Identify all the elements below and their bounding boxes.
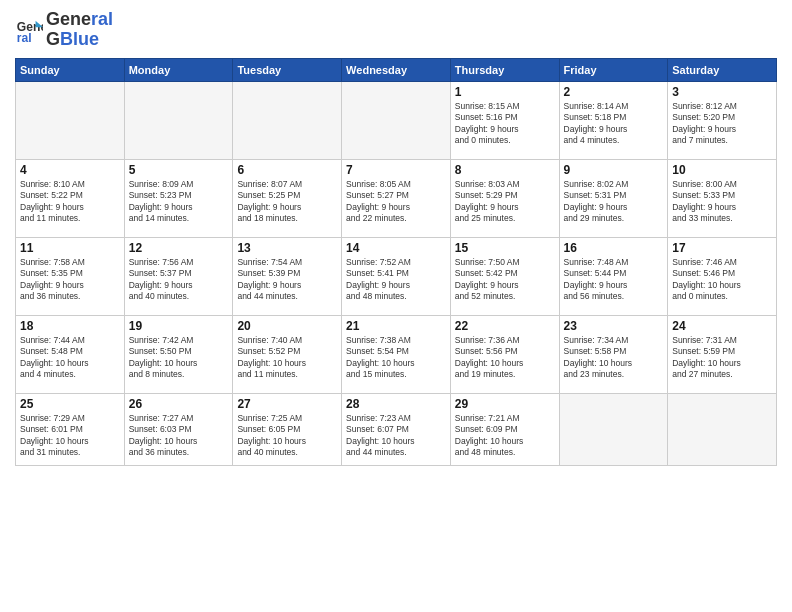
day-info: Sunrise: 8:12 AMSunset: 5:20 PMDaylight:… <box>672 101 772 147</box>
col-header-sunday: Sunday <box>16 58 125 81</box>
day-info: Sunrise: 7:29 AMSunset: 6:01 PMDaylight:… <box>20 413 120 459</box>
day-cell: 22Sunrise: 7:36 AMSunset: 5:56 PMDayligh… <box>450 315 559 393</box>
col-header-monday: Monday <box>124 58 233 81</box>
day-cell: 8Sunrise: 8:03 AMSunset: 5:29 PMDaylight… <box>450 159 559 237</box>
day-cell: 21Sunrise: 7:38 AMSunset: 5:54 PMDayligh… <box>342 315 451 393</box>
day-info: Sunrise: 7:38 AMSunset: 5:54 PMDaylight:… <box>346 335 446 381</box>
day-number: 26 <box>129 397 229 411</box>
col-header-friday: Friday <box>559 58 668 81</box>
day-info: Sunrise: 7:54 AMSunset: 5:39 PMDaylight:… <box>237 257 337 303</box>
day-cell: 27Sunrise: 7:25 AMSunset: 6:05 PMDayligh… <box>233 393 342 465</box>
day-cell: 20Sunrise: 7:40 AMSunset: 5:52 PMDayligh… <box>233 315 342 393</box>
day-cell: 25Sunrise: 7:29 AMSunset: 6:01 PMDayligh… <box>16 393 125 465</box>
day-number: 23 <box>564 319 664 333</box>
day-info: Sunrise: 7:42 AMSunset: 5:50 PMDaylight:… <box>129 335 229 381</box>
day-info: Sunrise: 8:14 AMSunset: 5:18 PMDaylight:… <box>564 101 664 147</box>
week-row-1: 4Sunrise: 8:10 AMSunset: 5:22 PMDaylight… <box>16 159 777 237</box>
day-number: 3 <box>672 85 772 99</box>
day-cell: 10Sunrise: 8:00 AMSunset: 5:33 PMDayligh… <box>668 159 777 237</box>
logo-icon: Gene ral <box>15 16 43 44</box>
day-cell: 15Sunrise: 7:50 AMSunset: 5:42 PMDayligh… <box>450 237 559 315</box>
day-cell: 17Sunrise: 7:46 AMSunset: 5:46 PMDayligh… <box>668 237 777 315</box>
day-number: 27 <box>237 397 337 411</box>
day-cell: 28Sunrise: 7:23 AMSunset: 6:07 PMDayligh… <box>342 393 451 465</box>
day-number: 24 <box>672 319 772 333</box>
day-number: 21 <box>346 319 446 333</box>
day-number: 18 <box>20 319 120 333</box>
day-cell: 5Sunrise: 8:09 AMSunset: 5:23 PMDaylight… <box>124 159 233 237</box>
day-cell: 26Sunrise: 7:27 AMSunset: 6:03 PMDayligh… <box>124 393 233 465</box>
day-info: Sunrise: 7:21 AMSunset: 6:09 PMDaylight:… <box>455 413 555 459</box>
day-info: Sunrise: 8:03 AMSunset: 5:29 PMDaylight:… <box>455 179 555 225</box>
day-number: 17 <box>672 241 772 255</box>
day-number: 11 <box>20 241 120 255</box>
day-number: 2 <box>564 85 664 99</box>
day-cell: 18Sunrise: 7:44 AMSunset: 5:48 PMDayligh… <box>16 315 125 393</box>
day-info: Sunrise: 7:50 AMSunset: 5:42 PMDaylight:… <box>455 257 555 303</box>
day-number: 12 <box>129 241 229 255</box>
logo-text: General GBlue <box>46 10 113 50</box>
day-number: 9 <box>564 163 664 177</box>
day-cell: 16Sunrise: 7:48 AMSunset: 5:44 PMDayligh… <box>559 237 668 315</box>
col-header-saturday: Saturday <box>668 58 777 81</box>
day-number: 10 <box>672 163 772 177</box>
day-cell <box>233 81 342 159</box>
day-number: 13 <box>237 241 337 255</box>
day-number: 25 <box>20 397 120 411</box>
day-cell: 9Sunrise: 8:02 AMSunset: 5:31 PMDaylight… <box>559 159 668 237</box>
day-info: Sunrise: 8:02 AMSunset: 5:31 PMDaylight:… <box>564 179 664 225</box>
week-row-2: 11Sunrise: 7:58 AMSunset: 5:35 PMDayligh… <box>16 237 777 315</box>
week-row-3: 18Sunrise: 7:44 AMSunset: 5:48 PMDayligh… <box>16 315 777 393</box>
day-info: Sunrise: 7:40 AMSunset: 5:52 PMDaylight:… <box>237 335 337 381</box>
day-cell <box>16 81 125 159</box>
day-number: 6 <box>237 163 337 177</box>
day-number: 19 <box>129 319 229 333</box>
day-cell: 13Sunrise: 7:54 AMSunset: 5:39 PMDayligh… <box>233 237 342 315</box>
day-info: Sunrise: 7:31 AMSunset: 5:59 PMDaylight:… <box>672 335 772 381</box>
day-cell: 19Sunrise: 7:42 AMSunset: 5:50 PMDayligh… <box>124 315 233 393</box>
day-info: Sunrise: 7:58 AMSunset: 5:35 PMDaylight:… <box>20 257 120 303</box>
col-header-tuesday: Tuesday <box>233 58 342 81</box>
day-number: 22 <box>455 319 555 333</box>
day-info: Sunrise: 7:48 AMSunset: 5:44 PMDaylight:… <box>564 257 664 303</box>
day-info: Sunrise: 8:00 AMSunset: 5:33 PMDaylight:… <box>672 179 772 225</box>
day-cell: 3Sunrise: 8:12 AMSunset: 5:20 PMDaylight… <box>668 81 777 159</box>
day-number: 8 <box>455 163 555 177</box>
day-cell <box>668 393 777 465</box>
day-number: 14 <box>346 241 446 255</box>
header: Gene ral General GBlue <box>15 10 777 50</box>
day-info: Sunrise: 7:46 AMSunset: 5:46 PMDaylight:… <box>672 257 772 303</box>
day-number: 28 <box>346 397 446 411</box>
day-cell: 6Sunrise: 8:07 AMSunset: 5:25 PMDaylight… <box>233 159 342 237</box>
day-number: 4 <box>20 163 120 177</box>
day-info: Sunrise: 7:23 AMSunset: 6:07 PMDaylight:… <box>346 413 446 459</box>
day-cell: 23Sunrise: 7:34 AMSunset: 5:58 PMDayligh… <box>559 315 668 393</box>
day-cell: 2Sunrise: 8:14 AMSunset: 5:18 PMDaylight… <box>559 81 668 159</box>
day-cell <box>342 81 451 159</box>
day-cell: 7Sunrise: 8:05 AMSunset: 5:27 PMDaylight… <box>342 159 451 237</box>
day-info: Sunrise: 8:15 AMSunset: 5:16 PMDaylight:… <box>455 101 555 147</box>
day-number: 5 <box>129 163 229 177</box>
col-header-thursday: Thursday <box>450 58 559 81</box>
day-info: Sunrise: 7:25 AMSunset: 6:05 PMDaylight:… <box>237 413 337 459</box>
day-cell: 29Sunrise: 7:21 AMSunset: 6:09 PMDayligh… <box>450 393 559 465</box>
day-number: 16 <box>564 241 664 255</box>
day-info: Sunrise: 8:05 AMSunset: 5:27 PMDaylight:… <box>346 179 446 225</box>
day-info: Sunrise: 7:36 AMSunset: 5:56 PMDaylight:… <box>455 335 555 381</box>
day-info: Sunrise: 8:07 AMSunset: 5:25 PMDaylight:… <box>237 179 337 225</box>
day-cell: 1Sunrise: 8:15 AMSunset: 5:16 PMDaylight… <box>450 81 559 159</box>
calendar-page: Gene ral General GBlue SundayMondayTuesd… <box>0 0 792 612</box>
day-info: Sunrise: 7:44 AMSunset: 5:48 PMDaylight:… <box>20 335 120 381</box>
day-cell: 24Sunrise: 7:31 AMSunset: 5:59 PMDayligh… <box>668 315 777 393</box>
day-info: Sunrise: 7:56 AMSunset: 5:37 PMDaylight:… <box>129 257 229 303</box>
day-info: Sunrise: 8:09 AMSunset: 5:23 PMDaylight:… <box>129 179 229 225</box>
header-row: SundayMondayTuesdayWednesdayThursdayFrid… <box>16 58 777 81</box>
calendar-table: SundayMondayTuesdayWednesdayThursdayFrid… <box>15 58 777 466</box>
day-number: 7 <box>346 163 446 177</box>
day-cell: 12Sunrise: 7:56 AMSunset: 5:37 PMDayligh… <box>124 237 233 315</box>
day-number: 1 <box>455 85 555 99</box>
logo: Gene ral General GBlue <box>15 10 113 50</box>
day-info: Sunrise: 7:52 AMSunset: 5:41 PMDaylight:… <box>346 257 446 303</box>
day-cell <box>124 81 233 159</box>
day-info: Sunrise: 7:34 AMSunset: 5:58 PMDaylight:… <box>564 335 664 381</box>
